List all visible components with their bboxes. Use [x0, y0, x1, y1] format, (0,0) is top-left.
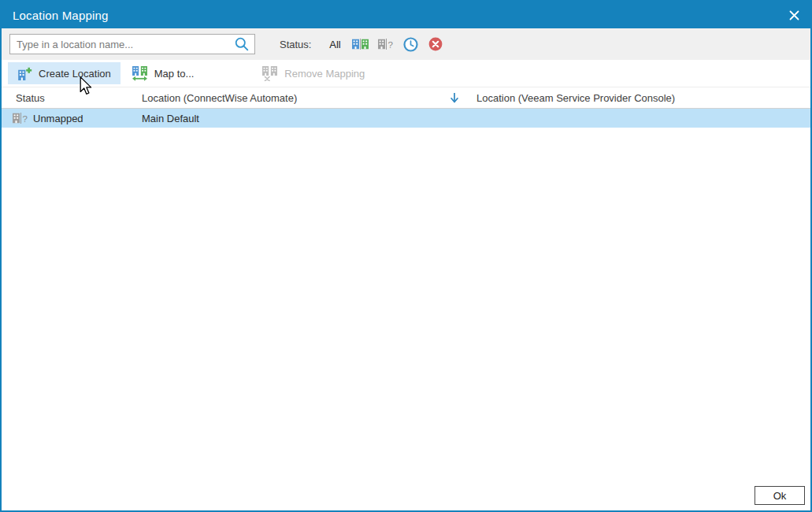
- create-location-label: Create Location: [39, 68, 111, 80]
- row-status-cell: ? Unmapped: [2, 113, 129, 124]
- column-header-status[interactable]: Status: [2, 92, 129, 104]
- map-to-label: Map to...: [154, 68, 195, 80]
- svg-text:?: ?: [387, 40, 392, 50]
- status-filter-mapped[interactable]: [350, 35, 369, 54]
- create-location-button[interactable]: Create Location: [8, 62, 121, 84]
- table-row[interactable]: ? Unmapped Main Default: [2, 109, 810, 128]
- search-box[interactable]: [9, 34, 255, 54]
- column-header-source-label: Location (ConnectWise Automate): [142, 92, 297, 104]
- filter-toolbar: Status: All ?: [2, 28, 810, 60]
- unmapped-icon: ?: [13, 113, 28, 124]
- status-filter-error[interactable]: [426, 35, 445, 54]
- close-button[interactable]: [789, 10, 799, 20]
- error-circle-icon: [428, 37, 443, 51]
- close-icon: [789, 10, 799, 20]
- remove-mapping-icon: [261, 66, 278, 81]
- search-input[interactable]: [17, 39, 234, 50]
- window-title: Location Mapping: [13, 9, 109, 22]
- location-mapping-dialog: Location Mapping Status: All: [0, 0, 812, 512]
- action-toolbar: Create Location Map to... Remove Mapping: [2, 60, 810, 87]
- status-filter-all[interactable]: All: [325, 35, 344, 54]
- clock-icon: [403, 37, 418, 52]
- status-filter-pending[interactable]: [401, 35, 420, 54]
- create-location-icon: [17, 67, 32, 80]
- ok-button[interactable]: Ok: [755, 486, 805, 505]
- remove-mapping-button[interactable]: Remove Mapping: [252, 62, 374, 84]
- status-filter-unmapped[interactable]: ?: [376, 35, 395, 54]
- sort-desc-icon[interactable]: [450, 92, 459, 103]
- mapped-icon: [352, 39, 369, 50]
- titlebar: Location Mapping: [2, 2, 810, 28]
- unmapped-icon: ?: [378, 39, 393, 50]
- status-filter-group: Status: All ?: [280, 35, 451, 54]
- search-icon[interactable]: [234, 36, 250, 52]
- map-to-button[interactable]: Map to...: [122, 62, 204, 84]
- table-header: Status Location (ConnectWise Automate) L…: [2, 87, 810, 109]
- remove-mapping-label: Remove Mapping: [284, 68, 365, 80]
- row-source-cell: Main Default: [129, 113, 467, 124]
- row-status-label: Unmapped: [33, 113, 83, 124]
- status-label: Status:: [280, 39, 311, 50]
- column-header-target[interactable]: Location (Veeam Service Provider Console…: [467, 92, 810, 104]
- column-header-source[interactable]: Location (ConnectWise Automate): [129, 92, 467, 104]
- map-to-icon: [132, 66, 148, 81]
- svg-text:?: ?: [23, 114, 28, 124]
